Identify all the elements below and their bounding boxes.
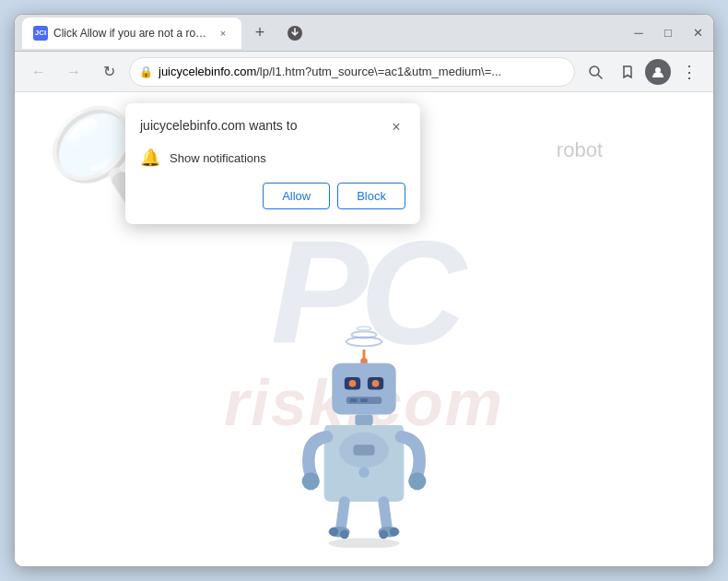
popup-notification-text: Show notifications bbox=[170, 151, 266, 165]
back-button[interactable]: ← bbox=[24, 57, 53, 87]
download-icon bbox=[282, 20, 308, 46]
refresh-button[interactable]: ↻ bbox=[94, 57, 123, 87]
svg-point-6 bbox=[357, 326, 370, 330]
permission-popup: juicycelebinfo.com wants to × 🔔 Show not… bbox=[125, 103, 420, 224]
close-button[interactable]: ✕ bbox=[689, 25, 706, 42]
svg-point-20 bbox=[358, 467, 370, 478]
profile-avatar bbox=[645, 59, 671, 85]
tab-title: Click Allow if you are not a robot bbox=[53, 27, 210, 40]
svg-point-24 bbox=[329, 528, 338, 537]
svg-point-12 bbox=[349, 380, 357, 387]
svg-point-13 bbox=[372, 380, 380, 387]
maximize-button[interactable]: □ bbox=[660, 25, 676, 42]
robot-illustration bbox=[272, 308, 456, 548]
svg-point-21 bbox=[302, 472, 320, 490]
svg-point-27 bbox=[390, 528, 399, 537]
allow-button[interactable]: Allow bbox=[263, 183, 330, 209]
svg-point-28 bbox=[379, 530, 388, 540]
svg-rect-19 bbox=[353, 445, 374, 456]
browser-tab[interactable]: JCI Click Allow if you are not a robot × bbox=[22, 18, 241, 49]
svg-rect-17 bbox=[355, 415, 372, 426]
title-bar: JCI Click Allow if you are not a robot ×… bbox=[15, 15, 713, 52]
nav-bar: ← → ↻ 🔒 juicycelebinfo.com/lp/l1.htm?utm… bbox=[15, 52, 713, 92]
svg-point-25 bbox=[340, 530, 349, 540]
svg-rect-9 bbox=[332, 363, 395, 415]
nav-right-icons: ⋮ bbox=[581, 57, 704, 87]
search-icon[interactable] bbox=[581, 57, 610, 87]
tab-favicon: JCI bbox=[33, 26, 48, 41]
address-bar[interactable]: 🔒 juicycelebinfo.com/lp/l1.htm?utm_sourc… bbox=[129, 57, 575, 87]
bell-icon: 🔔 bbox=[140, 148, 160, 168]
popup-close-button[interactable]: × bbox=[387, 118, 405, 136]
svg-point-29 bbox=[328, 538, 399, 548]
svg-rect-16 bbox=[360, 398, 368, 402]
bookmark-icon[interactable] bbox=[612, 57, 641, 87]
svg-line-2 bbox=[598, 75, 602, 78]
popup-header: juicycelebinfo.com wants to × bbox=[140, 118, 405, 136]
svg-point-4 bbox=[346, 338, 382, 347]
menu-button[interactable]: ⋮ bbox=[675, 57, 704, 87]
lock-icon: 🔒 bbox=[139, 65, 153, 78]
new-tab-button[interactable]: + bbox=[247, 20, 273, 46]
forward-button[interactable]: → bbox=[59, 57, 88, 87]
address-text: juicycelebinfo.com/lp/l1.htm?utm_source\… bbox=[159, 65, 565, 78]
popup-title: juicycelebinfo.com wants to bbox=[140, 118, 297, 133]
block-button[interactable]: Block bbox=[337, 183, 405, 209]
popup-notification-row: 🔔 Show notifications bbox=[140, 148, 405, 168]
popup-buttons: Allow Block bbox=[140, 183, 405, 209]
page-content: 🔍 PC risk.com robot bbox=[15, 92, 713, 566]
minimize-button[interactable]: ─ bbox=[630, 25, 647, 42]
browser-window: JCI Click Allow if you are not a robot ×… bbox=[14, 14, 714, 567]
tab-close-button[interactable]: × bbox=[216, 26, 230, 41]
svg-rect-15 bbox=[350, 398, 358, 402]
profile-button[interactable] bbox=[643, 57, 673, 87]
svg-point-22 bbox=[408, 472, 426, 490]
window-controls: ─ □ ✕ bbox=[630, 25, 706, 42]
not-robot-text: robot bbox=[557, 138, 603, 162]
